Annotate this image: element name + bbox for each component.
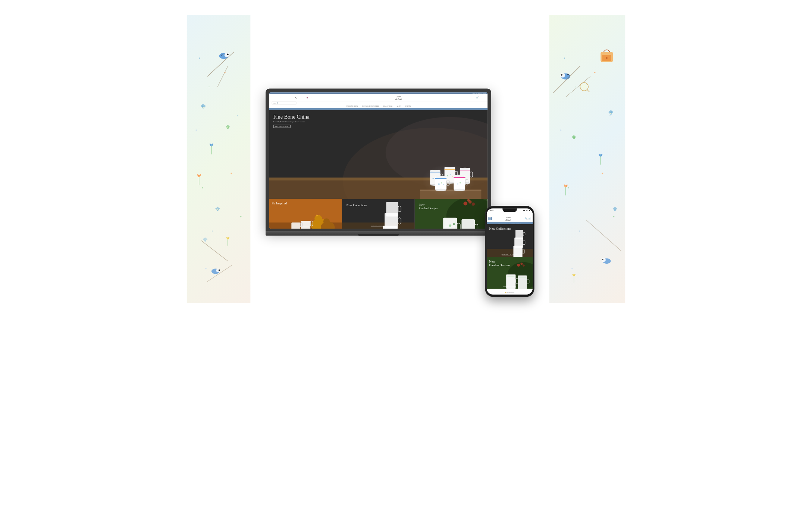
phone-garden-designs-tile[interactable]: New Garden Designs SHOP THE GARDEN <box>487 257 533 289</box>
email-signup-text[interactable]: SIGN UP FOR EMAILS <box>285 97 294 98</box>
svg-rect-112 <box>470 172 473 177</box>
phone-website: Jane Abbott 🔍 🛒 <box>487 212 533 295</box>
svg-point-107 <box>452 176 452 177</box>
shop-new-collection-cta[interactable]: SHOP NEW COLLECTION <box>371 225 386 227</box>
svg-point-55 <box>610 110 612 113</box>
laptop-screen: SIGN IN | MY ACCOUNT SIGN UP FOR EMAILS … <box>269 92 487 229</box>
hero-text: Fine Bone China Beautifully British tabl… <box>273 114 310 128</box>
phone-logo-line1: Jane <box>506 216 511 219</box>
shop-mugs-cta[interactable]: SHOP MUGS <box>302 225 309 227</box>
phone-cart-icon[interactable]: 🛒 <box>529 217 531 220</box>
svg-point-3 <box>228 54 229 54</box>
svg-line-5 <box>217 66 228 87</box>
battery-icon: ▮ <box>529 209 530 211</box>
svg-point-14 <box>227 125 229 126</box>
phone-banner-text: FREE UK POSTAGE ON ORDERS OVER £30 <box>498 223 521 224</box>
svg-point-128 <box>457 183 458 185</box>
svg-rect-92 <box>430 170 441 185</box>
svg-rect-119 <box>446 180 449 185</box>
svg-rect-101 <box>444 169 455 170</box>
svg-rect-127 <box>465 179 468 185</box>
website-content: SIGN IN | MY ACCOUNT SIGN UP FOR EMAILS … <box>269 92 487 229</box>
svg-point-98 <box>435 177 436 178</box>
svg-rect-109 <box>460 170 470 170</box>
phone-new-collections-title: New Collections <box>487 224 533 233</box>
email-signup-link[interactable]: SIGN UP FOR EMAILS <box>272 97 283 98</box>
svg-rect-88 <box>269 178 487 199</box>
promo-tiles: Be Inspired SHOP MUGS <box>269 199 487 229</box>
svg-line-71 <box>587 90 589 92</box>
phone-header-icons: 🔍 🛒 <box>525 217 531 220</box>
nav-textiles[interactable]: TEXTILES & STATIONERY <box>362 106 379 107</box>
shop-collections-button[interactable]: SHOP COLLECTIONS <box>273 125 291 128</box>
svg-point-122 <box>443 184 444 185</box>
svg-rect-104 <box>455 171 458 177</box>
svg-point-133 <box>314 215 322 222</box>
banner-text: FREE UK POSTAGE ON ORDERS OVER £30 <box>365 109 392 110</box>
svg-point-126 <box>454 189 465 191</box>
svg-rect-124 <box>454 177 465 178</box>
laptop-base <box>266 231 491 236</box>
cart-count[interactable]: 0 items - £0.00 <box>479 97 485 98</box>
signin-link[interactable]: SIGN IN | MY ACCOUNT <box>473 92 486 94</box>
svg-rect-139 <box>291 223 300 229</box>
nav-events[interactable]: EVENTS <box>405 106 411 107</box>
svg-point-114 <box>465 177 465 178</box>
svg-point-95 <box>430 184 441 186</box>
svg-rect-160 <box>461 219 475 229</box>
floral-right-panel <box>549 15 626 303</box>
svg-point-45 <box>606 57 607 59</box>
svg-rect-89 <box>269 178 487 181</box>
new-collections-tile[interactable]: New Collections SHOP NEW COLLECTION <box>342 199 415 229</box>
svg-point-105 <box>447 175 448 176</box>
search-icon[interactable]: 🔍 <box>277 102 279 104</box>
site-logo[interactable]: Jane Abbott <box>395 95 402 100</box>
be-inspired-tile[interactable]: Be Inspired SHOP MUGS <box>269 199 342 229</box>
hero-section: Fine Bone China Beautifully British tabl… <box>269 110 487 199</box>
header-right: 🛒 0 items - £0.00 <box>476 97 485 99</box>
menu-line-3 <box>489 219 491 219</box>
svg-rect-93 <box>430 172 441 173</box>
phone-search-icon[interactable]: 🔍 <box>525 217 527 220</box>
phone-shop-new-collection-cta[interactable]: SHOP NEW COLLECTION <box>502 254 518 255</box>
svg-rect-116 <box>435 178 446 179</box>
svg-rect-182 <box>519 277 526 277</box>
nav-about[interactable]: ABOUT <box>397 106 402 107</box>
phone-body: 12:10 ▲▲▲ ▾ ▮ <box>485 206 534 297</box>
svg-point-125 <box>454 175 465 177</box>
hamburger-button[interactable] <box>488 217 492 220</box>
cellular-icon: ▲▲▲ <box>523 209 527 211</box>
nav-collections[interactable]: COLLECTIONS <box>383 106 393 107</box>
svg-point-111 <box>460 182 470 184</box>
svg-rect-100 <box>444 167 455 182</box>
phone-new-collections-tile[interactable]: New Collections SHOP NEW COLLECTION <box>487 224 533 257</box>
svg-rect-115 <box>435 176 446 190</box>
be-inspired-title: Be Inspired <box>272 201 339 205</box>
svg-rect-108 <box>460 168 470 183</box>
shop-garden-cta[interactable]: SHOP THE GARDEN <box>445 225 457 227</box>
phone-logo[interactable]: Jane Abbott <box>506 216 511 221</box>
phone-signal-area: ▲▲▲ ▾ ▮ <box>523 209 530 211</box>
phone-screen: 12:10 ▲▲▲ ▾ ▮ <box>487 208 533 295</box>
svg-point-129 <box>460 182 461 183</box>
svg-point-120 <box>438 183 439 185</box>
garden-designs-tile[interactable]: NewGarden Designs SHOP THE GARDEN <box>415 199 487 229</box>
search-bar[interactable]: Search 🔍 <box>272 102 296 105</box>
svg-point-163 <box>453 223 455 225</box>
new-collections-title: New Collections <box>344 201 412 207</box>
get-in-touch-text[interactable]: GET IN TOUCH <box>298 97 305 98</box>
laptop-device: SIGN IN | MY ACCOUNT SIGN UP FOR EMAILS … <box>266 88 491 235</box>
svg-point-117 <box>435 176 446 178</box>
svg-rect-157 <box>443 218 457 229</box>
svg-line-76 <box>586 220 621 251</box>
svg-point-113 <box>462 175 463 176</box>
garden-designs-title: NewGarden Designs <box>417 201 485 210</box>
nav-fine-bone-china[interactable]: FINE BONE CHINA <box>346 106 358 107</box>
phone-garden-designs-title: New Garden Designs <box>487 257 533 270</box>
established-text[interactable]: ESTABLISHED IN THE UK <box>310 97 320 98</box>
search-placeholder: Search <box>273 103 276 104</box>
svg-point-94 <box>430 170 441 172</box>
svg-point-70 <box>581 84 587 90</box>
phone-shop-garden-cta[interactable]: SHOP THE GARDEN <box>503 286 516 287</box>
hero-title: Fine Bone China <box>273 114 310 120</box>
